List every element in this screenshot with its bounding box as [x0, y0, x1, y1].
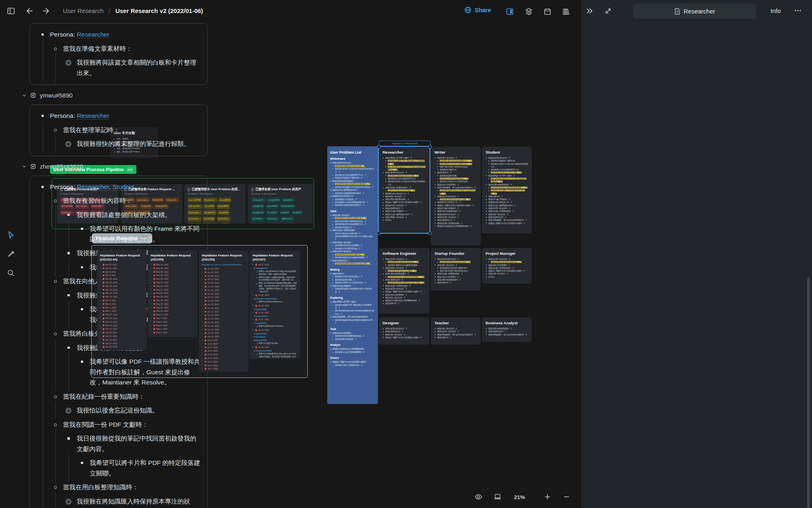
feature-request-user-link[interactable]: taiansu#5117 [253, 315, 297, 318]
feature-request-date-item[interactable]: ▪Jun 4, 2022 [202, 356, 246, 360]
user-tag[interactable]: Schnack#96... [267, 223, 281, 224]
user-tag[interactable]: Jush陽#7290 [251, 210, 265, 215]
feature-request-date-item[interactable]: ▪Mar 15, 2022 [100, 291, 144, 295]
feature-request-date-item[interactable]: ▪Apr 25, 2022 [100, 267, 144, 270]
feature-request-date-item[interactable]: ▪Jan 14, 2022 [100, 342, 144, 345]
collapse-panel-button[interactable] [584, 6, 595, 16]
feature-request-date-item[interactable]: ▪Mar 2, 2022 [100, 306, 144, 310]
feature-request-user-link[interactable]: Webila#2413 [253, 267, 297, 270]
feature-request-date-item[interactable]: ▪May 22, 2022 [151, 284, 194, 288]
zoom-in-button[interactable] [542, 491, 553, 502]
feature-request-date-item[interactable]: ▪May 17, 2022 [151, 302, 194, 306]
feature-request-date-item[interactable]: ▪May 31, 2022 [151, 263, 194, 267]
feature-request-date-item[interactable]: ▪Feb 27, 2022 [100, 313, 144, 317]
feature-request-date-item[interactable]: ▪May 18, 2022 [151, 299, 194, 302]
feature-request-date-item[interactable]: ▪Jan 21, 2022 [100, 334, 144, 338]
feature-request-date-item[interactable]: ▪Jun 18, 2022 [202, 306, 246, 310]
feature-request-date-item[interactable]: ▪Mar 6, 2022 [100, 299, 144, 302]
feature-request-date-item[interactable]: ▾Jul 31, 2022 [253, 263, 297, 267]
selection-handle[interactable] [428, 145, 432, 148]
feature-request-date-item[interactable]: ▪Jan 28, 2022 [100, 331, 144, 334]
feature-request-date-item[interactable]: ▪Mar 19, 2022 [100, 284, 144, 288]
user-tag[interactable]: Tim Hao C... [283, 223, 296, 224]
sidebar-toggle-button[interactable] [6, 6, 16, 16]
panel-scrollbar[interactable] [807, 278, 810, 508]
feature-request-date-item[interactable]: ▪Apr 30, 2022 [100, 263, 144, 267]
feature-request-user-link[interactable]: jagan#2999 [253, 308, 297, 311]
user-tag[interactable]: Dr.mih#222 [266, 210, 279, 215]
feature-request-date-item[interactable]: ▪Jun 22, 2022 [202, 292, 246, 296]
feature-request-date-item[interactable]: ▪Jun 17, 2022 [202, 310, 246, 314]
inline-tag-link[interactable]: Researcher [77, 112, 109, 119]
backlink-section-header[interactable]: ymwu#5890 [22, 92, 231, 99]
feature-request-date-item[interactable]: ▪Jun 1, 2022 [202, 367, 246, 371]
feature-request-date-item[interactable]: ▪May 12, 2022 [151, 313, 194, 317]
feature-request-date-item[interactable]: ▪Jun 10, 2022 [202, 335, 246, 339]
user-tag[interactable]: an1050044... [251, 217, 265, 221]
feature-request-date-item[interactable]: ▪Apr 9, 2022 [100, 270, 144, 274]
feature-request-date-item[interactable]: ▪Feb 23, 2022 [100, 320, 144, 324]
feature-request-date-item[interactable]: ▪Jun 6, 2022 [202, 349, 246, 353]
presentation-mode-button[interactable] [492, 491, 503, 502]
feature-request-date-item[interactable]: ▪Jun 5, 2022 [202, 353, 246, 356]
expand-card-button[interactable] [603, 6, 613, 16]
feature-request-date-item[interactable]: ▪Jun 24, 2022 [202, 285, 246, 289]
feature-request-date-item[interactable]: ▪Jun 13, 2022 [202, 324, 246, 328]
feature-request-date-item[interactable]: ▪May 14, 2022 [151, 309, 194, 313]
persona-card-startup-founder[interactable]: Startup Founder當我在複習白板內容時：2我很難看清楚整個白板的大架… [431, 248, 481, 291]
feature-request-date-item[interactable]: ▾Jul 29, 2022 [253, 304, 297, 308]
feature-request-date-item[interactable]: ▪May 15, 2022 [151, 306, 194, 310]
feature-request-date-item[interactable]: ▾Jul 26, 2022 [253, 328, 297, 332]
feature-request-date-item[interactable]: ▪Mar 18, 2022 [100, 288, 144, 292]
share-button[interactable]: Share [464, 6, 491, 14]
persona-card-project-manager[interactable]: Project Manager當我在找單一份筆記時：2我很難順暢快速地找到我的筆… [482, 248, 532, 284]
feature-request-user-link[interactable]: jagan#2999 [253, 321, 297, 325]
feature-request-date-item[interactable]: ▪Mar 5, 2022 [100, 302, 144, 306]
feature-request-date-item[interactable]: ▪May 30, 2022 [151, 267, 194, 270]
user-tag[interactable]: ymwu#5890 [266, 204, 279, 209]
feature-request-date-item[interactable]: ▪Feb 25, 2022 [100, 317, 144, 320]
feature-request-card-link[interactable]: Message to a user for contextual informa… [202, 263, 246, 266]
feature-request-date-item[interactable]: ▪May 28, 2022 [151, 274, 194, 277]
feature-request-date-item[interactable]: ▪Jun 7, 2022 [202, 346, 246, 350]
right-panel-toggle-button[interactable] [504, 6, 515, 17]
feature-request-date-item[interactable]: ▪Jun 12, 2022 [202, 328, 246, 332]
feature-request-date-item[interactable]: ▪May 5, 2022 [151, 324, 194, 328]
feature-request-date-item[interactable]: ▪May 25, 2022 [151, 277, 194, 281]
feature-request-date-item[interactable]: ▪Jun 28, 2022 [202, 274, 246, 278]
user-tag[interactable]: aus#4679 [280, 210, 290, 215]
feature-request-date-item[interactable]: ▾Jul 30, 2022 [253, 293, 297, 297]
chevron-down-icon[interactable] [22, 164, 26, 169]
card-library-button[interactable] [523, 6, 534, 17]
user-tag[interactable]: yentai.tao#9... [251, 198, 266, 202]
user-tag[interactable]: NAVER#809... [251, 223, 266, 224]
persona-card-student[interactable]: Student當我在複習白板內容時：5我很難找到讓我更下層的白板。我很難在有很多… [482, 147, 532, 234]
persona-card-designer[interactable]: Designer當我在複習白板內容時：1當我在整理筆記時：1當我在寫一份筆記時：… [379, 317, 429, 345]
feature-request-card[interactable]: Heptabase Feature Request (2022/07)▾Jul … [250, 250, 300, 359]
calendar-button[interactable] [542, 6, 553, 17]
feature-request-date-item[interactable]: ▪Jun 14, 2022 [202, 321, 246, 324]
persona-card-software-engineer[interactable]: Software Engineer當我在找單一份筆記時：4我很難順暢快速地找到我… [379, 248, 430, 314]
panel-more-button[interactable] [793, 5, 803, 16]
feature-request-user-link[interactable]: Bop#4025 [253, 335, 297, 339]
chevron-down-icon[interactable] [22, 93, 26, 98]
feature-request-date-item[interactable]: ▪May 6, 2022 [151, 320, 194, 324]
feature-request-date-item[interactable]: ▪Mar 14, 2022 [100, 295, 144, 299]
hide-ui-button[interactable] [473, 491, 484, 502]
feature-request-date-item[interactable]: ▪Apr 8, 2022 [100, 274, 144, 277]
feature-request-date-item[interactable]: ▪Jan 13, 2022 [100, 345, 144, 349]
feature-request-date-item[interactable]: ▪Jun 19, 2022 [202, 303, 246, 306]
user-tag[interactable]: sundae#1055 [267, 198, 281, 202]
feature-request-date-item[interactable]: ▪May 19, 2022 [151, 295, 194, 299]
feature-request-date-item[interactable]: ▪Jun 9, 2022 [202, 339, 246, 342]
persona-card-researcher[interactable]: Researcher當我在閱讀一份 PDF 文獻時：4我很難快速瀏覽 PDF 裡… [379, 147, 430, 233]
feature-request-date-item[interactable]: ▪Jan 19, 2022 [100, 338, 144, 342]
user-tag[interactable]: 水野優#0339 [251, 204, 265, 209]
selection-handle[interactable] [377, 145, 380, 148]
feature-request-card[interactable]: Heptabase Feature Request (2022/05)▪May … [148, 250, 197, 337]
feature-request-date-item[interactable]: ▪Jun 30, 2022 [202, 267, 246, 271]
feature-request-date-item[interactable]: ▪Jun 23, 2022 [202, 289, 246, 292]
feature-request-date-item[interactable]: ▪May 21, 2022 [151, 288, 194, 292]
user-tag[interactable]: 90meikao3... [266, 217, 279, 221]
inline-tag-link[interactable]: Student [112, 183, 134, 191]
